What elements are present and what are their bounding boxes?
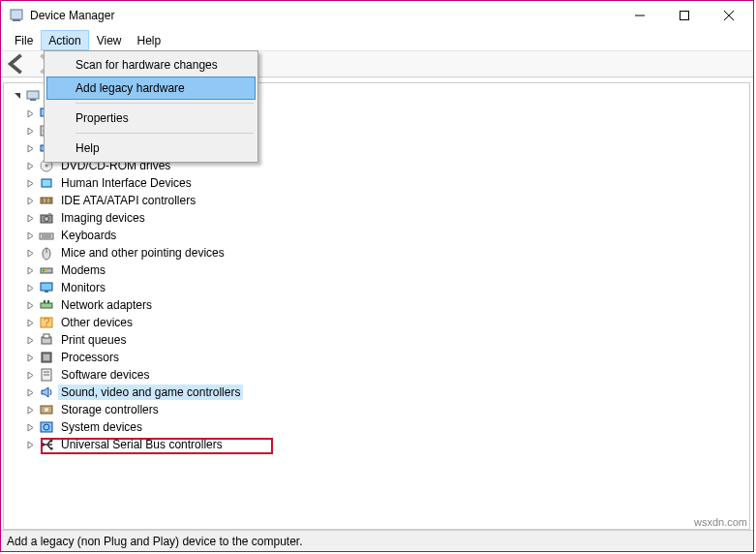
- svg-rect-33: [45, 291, 48, 292]
- tree-item[interactable]: Sound, video and game controllers: [23, 384, 747, 401]
- device-category-icon: [39, 175, 54, 191]
- tree-item[interactable]: ?Other devices: [23, 314, 747, 331]
- expand-icon[interactable]: [23, 281, 37, 294]
- tree-item[interactable]: Storage controllers: [23, 401, 747, 418]
- menu-view[interactable]: View: [89, 30, 130, 50]
- menu-help-item[interactable]: Help: [46, 137, 256, 160]
- device-category-icon: [39, 193, 54, 208]
- action-dropdown: Scan for hardware changes Add legacy har…: [44, 50, 258, 163]
- expand-icon[interactable]: [23, 403, 37, 416]
- tree-item[interactable]: Modems: [23, 262, 747, 279]
- expand-icon[interactable]: [23, 385, 37, 399]
- tree-item[interactable]: System devices: [23, 418, 747, 436]
- device-category-icon: [39, 280, 54, 295]
- watermark: wsxdn.com: [694, 516, 747, 528]
- tree-item[interactable]: Universal Serial Bus controllers: [23, 436, 747, 453]
- menu-properties[interactable]: Properties: [46, 107, 256, 130]
- tree-item-label: Other devices: [58, 315, 136, 330]
- app-icon: [9, 8, 24, 23]
- expand-icon[interactable]: [23, 368, 37, 382]
- expand-icon[interactable]: [23, 263, 37, 277]
- device-category-icon: [39, 297, 54, 313]
- menu-file-label: File: [15, 34, 33, 47]
- tree-item-label: System devices: [58, 419, 145, 435]
- svg-point-54: [50, 440, 53, 443]
- menu-add-legacy-hardware[interactable]: Add legacy hardware: [46, 77, 256, 100]
- svg-rect-34: [41, 303, 52, 308]
- svg-rect-32: [41, 283, 52, 291]
- tree-item[interactable]: Network adapters: [23, 296, 747, 314]
- status-text: Add a legacy (non Plug and Play) device …: [7, 535, 303, 548]
- status-bar: Add a legacy (non Plug and Play) device …: [1, 530, 753, 551]
- tree-item[interactable]: Software devices: [23, 366, 747, 384]
- expand-icon[interactable]: [23, 246, 37, 260]
- tree-item[interactable]: Imaging devices: [23, 209, 747, 227]
- device-category-icon: [39, 210, 54, 226]
- svg-rect-16: [42, 179, 51, 187]
- device-category-icon: [39, 332, 54, 348]
- expand-icon[interactable]: [23, 124, 37, 138]
- close-button[interactable]: [707, 1, 751, 30]
- svg-point-15: [45, 165, 48, 168]
- title-bar: Device Manager: [1, 1, 753, 30]
- svg-rect-13: [40, 147, 42, 149]
- tree-item[interactable]: Human Interface Devices: [23, 174, 747, 192]
- expand-icon[interactable]: [23, 333, 37, 347]
- expand-icon[interactable]: [23, 211, 37, 225]
- device-category-icon: [39, 262, 54, 278]
- device-category-icon: [39, 228, 54, 243]
- tree-item-label: Keyboards: [58, 228, 119, 243]
- menu-scan-hardware[interactable]: Scan for hardware changes: [46, 53, 256, 77]
- expand-icon[interactable]: [23, 298, 37, 312]
- collapse-icon[interactable]: [10, 89, 23, 103]
- tree-item[interactable]: IDE ATA/ATAPI controllers: [23, 192, 747, 209]
- expand-icon[interactable]: [23, 438, 37, 451]
- tree-item-label: Processors: [58, 350, 122, 365]
- svg-rect-3: [680, 12, 689, 20]
- svg-rect-24: [40, 233, 53, 239]
- menu-separator: [76, 133, 254, 134]
- expand-icon[interactable]: [23, 159, 37, 172]
- device-category-icon: [39, 437, 54, 452]
- expand-icon[interactable]: [23, 316, 37, 329]
- svg-rect-1: [13, 19, 20, 21]
- expand-icon[interactable]: [23, 194, 37, 207]
- tree-item-label: Universal Serial Bus controllers: [58, 437, 226, 452]
- tree-item-label: Imaging devices: [58, 210, 148, 226]
- tree-item[interactable]: Print queues: [23, 331, 747, 349]
- device-category-icon: [39, 419, 54, 435]
- tree-item-label: IDE ATA/ATAPI controllers: [58, 193, 198, 208]
- tree-item[interactable]: Monitors: [23, 279, 747, 296]
- tree-item-label: Software devices: [58, 367, 152, 383]
- back-button[interactable]: [7, 53, 28, 75]
- device-category-icon: [39, 367, 54, 383]
- menu-help[interactable]: Help: [130, 30, 169, 50]
- expand-icon[interactable]: [23, 420, 37, 434]
- tree-item[interactable]: Mice and other pointing devices: [23, 244, 747, 262]
- menu-file[interactable]: File: [7, 30, 41, 50]
- svg-point-47: [45, 408, 48, 412]
- menu-action[interactable]: Action: [41, 30, 88, 50]
- expand-icon[interactable]: [23, 229, 37, 242]
- device-category-icon: [39, 385, 54, 400]
- menu-view-label: View: [97, 34, 122, 47]
- tree-item-label: Modems: [58, 262, 108, 278]
- computer-root-icon: [25, 88, 41, 104]
- tree-item[interactable]: Processors: [23, 349, 747, 366]
- expand-icon[interactable]: [23, 351, 37, 364]
- expand-icon[interactable]: [23, 107, 37, 120]
- menu-bar: File Action View Help: [1, 30, 753, 50]
- tree-item-label: Mice and other pointing devices: [58, 245, 227, 261]
- expand-icon[interactable]: [23, 141, 37, 155]
- window-controls: [618, 1, 751, 30]
- expand-icon[interactable]: [23, 176, 37, 190]
- menu-separator: [76, 103, 254, 104]
- minimize-button[interactable]: [618, 1, 662, 30]
- menu-help-label: Help: [137, 34, 162, 47]
- svg-rect-40: [44, 334, 49, 338]
- tree-item-label: Monitors: [58, 280, 108, 295]
- tree-item[interactable]: Keyboards: [23, 227, 747, 244]
- maximize-button[interactable]: [662, 1, 707, 30]
- tree-item-label: Network adapters: [58, 297, 155, 313]
- svg-text:?: ?: [44, 316, 50, 329]
